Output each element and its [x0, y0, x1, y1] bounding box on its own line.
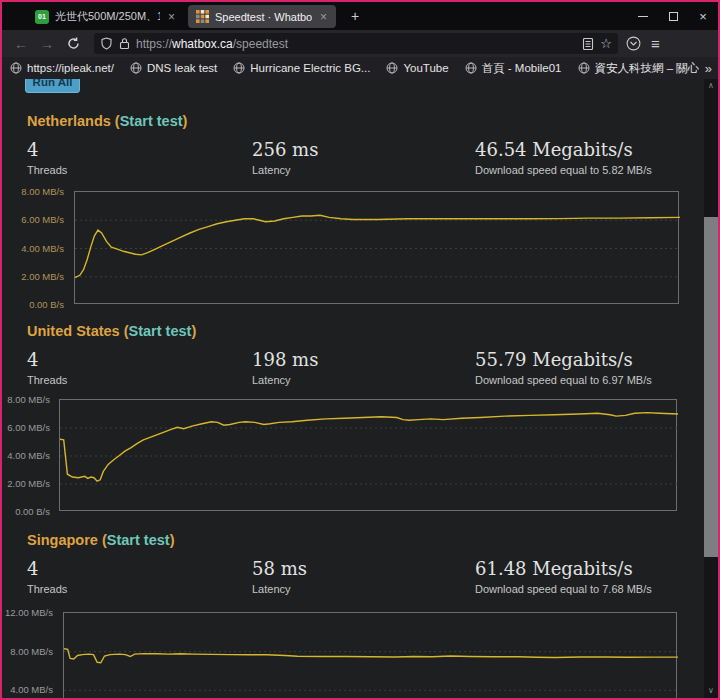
new-tab-button[interactable]: +	[344, 6, 366, 28]
latency-value: 256 ms	[252, 139, 318, 160]
navigation-toolbar: ← → https://whatbox.ca/speedtest	[2, 30, 718, 57]
bookmarks-toolbar: https://ipleak.net/ DNS leak test Hurric…	[2, 57, 718, 79]
start-test-link[interactable]: Start test	[120, 113, 183, 129]
bookmark-item[interactable]: DNS leak test	[130, 62, 217, 74]
pocket-icon[interactable]	[626, 36, 641, 51]
chart-plot-area	[59, 399, 677, 511]
start-test-link[interactable]: Start test	[107, 532, 170, 548]
speed-value: 61.48 Megabits/s	[475, 558, 652, 579]
close-window-button[interactable]: ×	[688, 2, 718, 30]
bookmark-label: 資安人科技網 – 關心...	[595, 61, 709, 76]
latency-stat: 256 ms Latency	[252, 139, 318, 176]
y-axis-tick-label: 8.00 MB/s	[10, 646, 53, 657]
y-axis-tick-label: 0.00 B/s	[29, 299, 64, 310]
country-name: Netherlands	[27, 113, 111, 129]
whatbox-favicon-icon	[195, 10, 209, 24]
y-axis-tick-label: 12.00 MB/s	[5, 607, 53, 618]
url-text[interactable]: https://whatbox.ca/speedtest	[136, 37, 576, 51]
chart-plot-area	[74, 191, 679, 304]
url-path: /speedtest	[233, 37, 288, 51]
tab-close-icon[interactable]: ×	[166, 10, 177, 24]
y-axis-tick-label: 4.00 MB/s	[21, 243, 64, 254]
latency-label: Latency	[252, 374, 318, 386]
bookmark-label: Hurricane Electric BG...	[250, 62, 370, 74]
bookmark-label: DNS leak test	[147, 62, 217, 74]
section-heading: United States (Start test)	[27, 323, 673, 339]
tab-title: Speedtest · Whatbox	[215, 11, 312, 23]
bookmarks-overflow-chevron-icon[interactable]: »	[699, 61, 712, 76]
chart-plot-area	[63, 612, 677, 698]
chart-y-axis: 8.00 MB/s6.00 MB/s4.00 MB/s2.00 MB/s0.00…	[2, 399, 56, 511]
tab-mobile01[interactable]: 01 光世代500M/250M、1G/600M ×	[28, 5, 184, 28]
paren: )	[170, 532, 175, 548]
latency-value: 198 ms	[252, 349, 318, 370]
section-heading: Netherlands (Start test)	[27, 113, 673, 129]
paren: )	[183, 113, 188, 129]
globe-icon	[130, 62, 142, 74]
scroll-up-arrow-icon[interactable]: ∧	[704, 79, 718, 93]
reload-button[interactable]	[60, 33, 86, 55]
latency-value: 58 ms	[252, 558, 307, 579]
globe-icon	[465, 62, 477, 74]
bookmark-item[interactable]: 資安人科技網 – 關心...	[578, 61, 709, 76]
minimize-button[interactable]	[628, 2, 658, 30]
chart-y-axis: 8.00 MB/s6.00 MB/s4.00 MB/s2.00 MB/s0.00…	[2, 191, 70, 304]
bookmark-item[interactable]: Hurricane Electric BG...	[233, 62, 370, 74]
run-all-button[interactable]: Run All	[25, 79, 80, 93]
speed-label: Download speed equal to 6.97 MB/s	[475, 374, 652, 386]
singapore-chart: 12.00 MB/s8.00 MB/s4.00 MB/s	[2, 612, 718, 698]
tab-speedtest-whatbox[interactable]: Speedtest · Whatbox ×	[188, 5, 336, 28]
titlebar: 01 光世代500M/250M、1G/600M × Speedtest · Wh…	[2, 2, 718, 30]
globe-icon	[578, 62, 590, 74]
url-scheme: https://	[136, 37, 172, 51]
minimize-icon	[638, 16, 648, 17]
tab-close-icon[interactable]: ×	[318, 10, 329, 24]
speed-label: Download speed equal to 5.82 MB/s	[475, 164, 652, 176]
scroll-down-arrow-icon[interactable]: ∨	[704, 684, 718, 698]
bookmark-item[interactable]: https://ipleak.net/	[10, 62, 114, 74]
united-states-chart: 8.00 MB/s6.00 MB/s4.00 MB/s2.00 MB/s0.00…	[2, 399, 718, 511]
reader-view-icon[interactable]	[582, 38, 594, 50]
back-button[interactable]: ←	[8, 33, 34, 55]
hamburger-menu-icon[interactable]: ≡	[651, 35, 660, 52]
bookmark-item[interactable]: 首頁 - Mobile01	[465, 61, 562, 76]
start-test-link[interactable]: Start test	[129, 323, 192, 339]
bookmark-label: https://ipleak.net/	[27, 62, 114, 74]
bookmark-label: YouTube	[403, 62, 448, 74]
speed-value: 55.79 Megabits/s	[475, 349, 652, 370]
speed-stat: 46.54 Megabits/s Download speed equal to…	[475, 139, 652, 176]
maximize-icon	[669, 12, 678, 21]
browser-window: 01 光世代500M/250M、1G/600M × Speedtest · Wh…	[0, 0, 720, 700]
forward-button[interactable]: →	[34, 33, 60, 55]
y-axis-tick-label: 2.00 MB/s	[21, 271, 64, 282]
scrollbar-thumb[interactable]	[704, 217, 718, 557]
speed-stat: 55.79 Megabits/s Download speed equal to…	[475, 349, 652, 386]
threads-stat: 4 Threads	[27, 349, 67, 386]
globe-icon	[233, 62, 245, 74]
tracking-shield-icon[interactable]	[100, 37, 113, 50]
lock-icon[interactable]	[119, 37, 130, 50]
bookmark-star-icon[interactable]: ☆	[600, 36, 612, 51]
y-axis-tick-label: 2.00 MB/s	[7, 478, 50, 489]
page-content: Run All Netherlands (Start test) 4 Threa…	[2, 79, 718, 698]
threads-value: 4	[27, 349, 67, 370]
chart-y-axis: 12.00 MB/s8.00 MB/s4.00 MB/s	[2, 612, 59, 698]
section-heading: Singapore (Start test)	[27, 532, 673, 548]
url-bar[interactable]: https://whatbox.ca/speedtest ☆	[94, 33, 618, 54]
speed-label: Download speed equal to 7.68 MB/s	[475, 583, 652, 595]
bookmark-item[interactable]: YouTube	[386, 62, 448, 74]
maximize-button[interactable]	[658, 2, 688, 30]
threads-value: 4	[27, 139, 67, 160]
country-name: United States	[27, 323, 120, 339]
speed-value: 46.54 Megabits/s	[475, 139, 652, 160]
country-name: Singapore	[27, 532, 98, 548]
y-axis-tick-label: 8.00 MB/s	[21, 186, 64, 197]
globe-icon	[10, 62, 22, 74]
reload-icon	[67, 37, 80, 50]
vertical-scrollbar[interactable]: ∧ ∨	[704, 79, 718, 698]
y-axis-tick-label: 4.00 MB/s	[7, 450, 50, 461]
netherlands-chart: 8.00 MB/s6.00 MB/s4.00 MB/s2.00 MB/s0.00…	[2, 191, 718, 304]
threads-stat: 4 Threads	[27, 558, 67, 595]
latency-label: Latency	[252, 583, 307, 595]
latency-stat: 198 ms Latency	[252, 349, 318, 386]
